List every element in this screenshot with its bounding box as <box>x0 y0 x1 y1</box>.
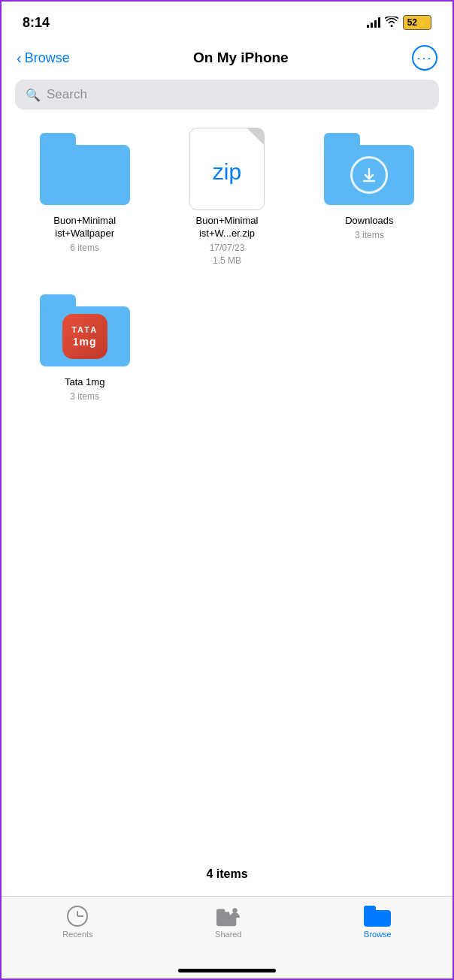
tata-meta: 3 items <box>70 390 99 403</box>
recents-icon <box>67 906 88 927</box>
item-count: 4 items <box>2 867 452 881</box>
back-button[interactable]: ‹ Browse <box>17 50 70 66</box>
signal-icon <box>367 17 380 28</box>
downloads-meta: 3 items <box>355 229 384 242</box>
more-button[interactable]: ··· <box>412 45 437 71</box>
status-time: 8:14 <box>23 15 50 31</box>
status-bar: 8:14 52 ⚡ <box>2 2 452 39</box>
header: ‹ Browse On My iPhone ··· <box>2 39 452 80</box>
home-indicator <box>178 969 276 972</box>
battery-icon: 52 ⚡ <box>403 15 431 30</box>
tata-name: Tata 1mg <box>65 376 104 389</box>
folder-name: Buon+Minimalist+Wallpaper <box>53 215 116 240</box>
folder-icon-buon-wallpaper <box>36 128 134 210</box>
tab-shared[interactable]: Shared <box>215 906 241 939</box>
folder-icon-tata: TATA 1mg <box>36 289 134 372</box>
tab-shared-label: Shared <box>215 930 241 939</box>
search-bar[interactable]: 🔍 Search <box>15 80 439 110</box>
zip-name: Buon+Minimalist+W...er.zip <box>196 215 259 240</box>
page-title: On My iPhone <box>193 50 289 66</box>
search-icon: 🔍 <box>26 88 41 102</box>
svg-rect-1 <box>216 909 225 915</box>
tab-browse-label: Browse <box>364 930 392 939</box>
tab-browse[interactable]: Browse <box>364 906 392 939</box>
files-grid: Buon+Minimalist+Wallpaper 6 items zip Bu… <box>2 128 452 403</box>
status-icons: 52 ⚡ <box>367 15 431 30</box>
wifi-icon <box>385 17 398 29</box>
tab-recents[interactable]: Recents <box>62 906 92 939</box>
browse-icon <box>364 906 391 927</box>
folder-tata1mg[interactable]: TATA 1mg Tata 1mg 3 items <box>14 289 156 403</box>
search-input[interactable]: Search <box>47 87 87 102</box>
folder-icon-downloads <box>320 128 418 210</box>
zip-icon-wrap: zip <box>178 128 276 210</box>
tab-recents-label: Recents <box>62 930 92 939</box>
tata-app-icon: TATA 1mg <box>62 314 107 359</box>
shared-icon <box>216 906 241 927</box>
back-label: Browse <box>25 50 70 66</box>
svg-point-3 <box>232 908 238 913</box>
folder-buon-wallpaper[interactable]: Buon+Minimalist+Wallpaper 6 items <box>14 128 156 267</box>
downloads-name: Downloads <box>345 215 393 228</box>
file-zip-buon[interactable]: zip Buon+Minimalist+W...er.zip 17/07/231… <box>156 128 298 267</box>
back-chevron-icon: ‹ <box>17 50 22 65</box>
tab-bar: Recents Shared Browse <box>2 896 452 978</box>
download-circle-icon <box>350 156 388 194</box>
folder-meta: 6 items <box>70 242 99 255</box>
zip-meta: 17/07/231.5 MB <box>210 242 245 267</box>
folder-downloads[interactable]: Downloads 3 items <box>298 128 440 267</box>
